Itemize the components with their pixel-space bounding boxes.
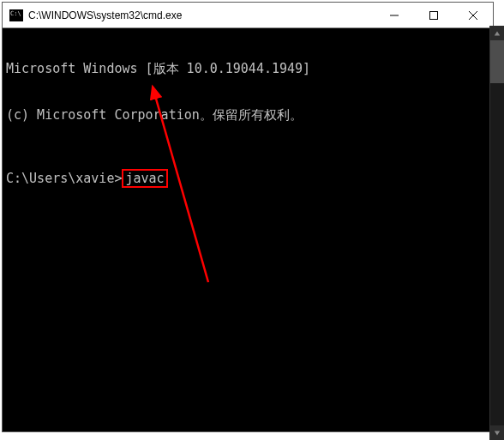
scroll-down-button[interactable] [490, 425, 504, 440]
titlebar[interactable]: C:\WINDOWS\system32\cmd.exe [3, 3, 493, 28]
minimize-icon [390, 11, 399, 20]
cmd-window: C:\WINDOWS\system32\cmd.exe Microsoft Wi… [2, 2, 494, 432]
svg-marker-7 [495, 431, 500, 435]
copyright-line: (c) Microsoft Corporation。保留所有权利。 [6, 107, 489, 123]
chevron-up-icon [494, 30, 501, 37]
maximize-icon [429, 11, 438, 20]
command-highlight: javac [122, 169, 167, 188]
scrollbar-thumb[interactable] [490, 40, 504, 83]
cmd-icon [9, 9, 23, 21]
prompt-line: C:\Users\xavie>javac [6, 169, 489, 188]
chevron-down-icon [494, 430, 501, 437]
window-controls [375, 3, 493, 27]
prompt-text: C:\Users\xavie> [6, 171, 122, 186]
minimize-button[interactable] [375, 3, 414, 27]
svg-rect-1 [430, 11, 438, 19]
close-button[interactable] [453, 3, 493, 27]
maximize-button[interactable] [414, 3, 453, 27]
scroll-up-button[interactable] [490, 26, 504, 40]
close-icon [469, 11, 477, 20]
version-line: Microsoft Windows [版本 10.0.19044.1949] [6, 61, 489, 76]
terminal-area[interactable]: Microsoft Windows [版本 10.0.19044.1949] (… [3, 28, 493, 431]
svg-marker-6 [495, 31, 500, 35]
window-title: C:\WINDOWS\system32\cmd.exe [28, 9, 375, 21]
vertical-scrollbar[interactable] [489, 26, 504, 440]
